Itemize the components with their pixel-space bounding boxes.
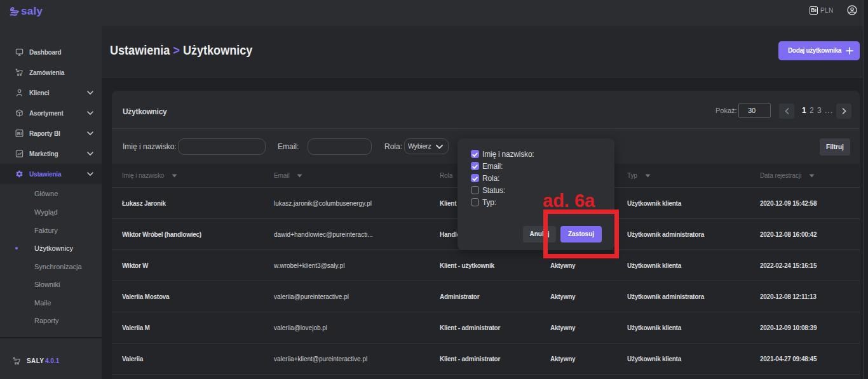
svg-text:Bi: Bi xyxy=(17,131,22,136)
